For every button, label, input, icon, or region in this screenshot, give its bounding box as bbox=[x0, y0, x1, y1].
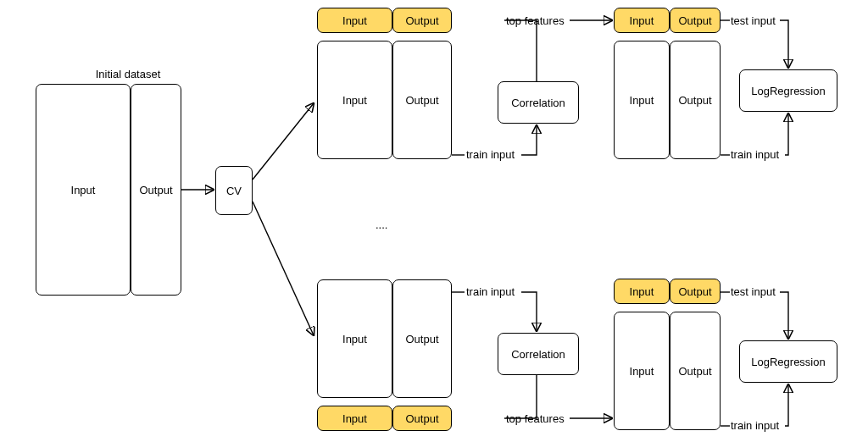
sel-bottom-header-input-label: Input bbox=[630, 285, 654, 298]
logregression-top-label: LogRegression bbox=[751, 85, 825, 97]
diagram-title: Initial dataset bbox=[73, 68, 183, 80]
initial-input-box: Input bbox=[36, 84, 131, 296]
sel-bottom-header-output-label: Output bbox=[678, 285, 711, 298]
edge-label-train-input-top2: train input bbox=[731, 148, 779, 161]
sel-bottom-header-output: Output bbox=[670, 279, 721, 304]
fold-bottom-body-output-label: Output bbox=[405, 333, 438, 345]
correlation-top-box: Correlation bbox=[498, 81, 579, 124]
fold-bottom-header-output-label: Output bbox=[405, 412, 438, 425]
sel-top-body-input-label: Input bbox=[630, 94, 654, 107]
edge-label-train-input-bot: train input bbox=[466, 285, 515, 298]
sel-top-body-input: Input bbox=[614, 41, 670, 159]
fold-top-header-output-label: Output bbox=[405, 14, 438, 27]
sel-bottom-header-input: Input bbox=[614, 279, 670, 304]
fold-bottom-header-input: Input bbox=[317, 406, 392, 431]
fold-top-body-output: Output bbox=[392, 41, 452, 159]
logregression-bottom-label: LogRegression bbox=[751, 356, 825, 368]
initial-output-label: Output bbox=[139, 184, 172, 196]
sel-bottom-body-input: Input bbox=[614, 312, 670, 430]
fold-top-header-input: Input bbox=[317, 8, 392, 33]
fold-top-body-input-label: Input bbox=[342, 94, 367, 107]
fold-bottom-body-input-label: Input bbox=[342, 333, 367, 345]
fold-top-header-input-label: Input bbox=[342, 14, 367, 27]
edge-label-top-features-top: top features bbox=[506, 14, 565, 27]
edge-label-test-input-bot: test input bbox=[731, 285, 776, 298]
sel-top-header-output: Output bbox=[670, 8, 721, 33]
fold-top-header-output: Output bbox=[392, 8, 452, 33]
svg-line-2 bbox=[253, 202, 314, 335]
fold-bottom-body-input: Input bbox=[317, 279, 392, 398]
initial-output-box: Output bbox=[131, 84, 181, 296]
fold-bottom-header-output: Output bbox=[392, 406, 452, 431]
correlation-bottom-box: Correlation bbox=[498, 333, 579, 375]
sel-top-header-input-label: Input bbox=[630, 14, 654, 27]
sel-bottom-body-input-label: Input bbox=[630, 365, 654, 378]
sel-top-header-output-label: Output bbox=[678, 14, 711, 27]
edge-label-train-input-bot2: train input bbox=[731, 419, 779, 432]
edge-label-train-input-top: train input bbox=[466, 148, 515, 161]
ellipsis-label: .... bbox=[376, 218, 387, 231]
sel-top-body-output-label: Output bbox=[678, 94, 711, 107]
logregression-bottom-box: LogRegression bbox=[739, 340, 837, 383]
correlation-top-label: Correlation bbox=[511, 97, 565, 109]
initial-input-label: Input bbox=[71, 184, 96, 196]
edge-label-test-input-top: test input bbox=[731, 14, 776, 27]
fold-bottom-body-output: Output bbox=[392, 279, 452, 398]
sel-top-header-input: Input bbox=[614, 8, 670, 33]
sel-bottom-body-output-label: Output bbox=[678, 365, 711, 378]
edge-label-top-features-bot: top features bbox=[506, 412, 565, 425]
svg-line-1 bbox=[253, 103, 314, 180]
fold-top-body-input: Input bbox=[317, 41, 392, 159]
fold-bottom-header-input-label: Input bbox=[342, 412, 367, 425]
sel-bottom-body-output: Output bbox=[670, 312, 721, 430]
sel-top-body-output: Output bbox=[670, 41, 721, 159]
logregression-top-box: LogRegression bbox=[739, 69, 837, 112]
correlation-bottom-label: Correlation bbox=[511, 348, 565, 361]
cv-label: CV bbox=[226, 185, 242, 197]
cv-box: CV bbox=[215, 166, 253, 215]
fold-top-body-output-label: Output bbox=[405, 94, 438, 107]
